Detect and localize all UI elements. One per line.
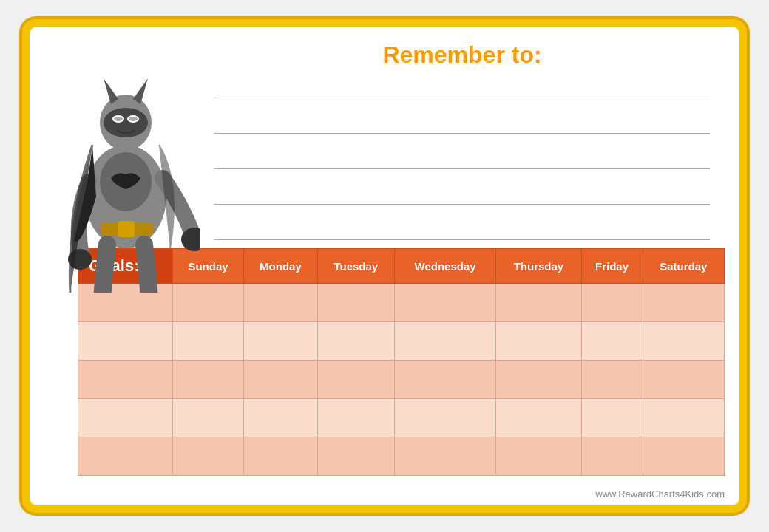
write-line-4[interactable] [214,190,710,205]
monday-cell-1[interactable] [244,284,318,322]
inner-frame: Remember to: Goals: Sunday Monday Tuesda… [30,27,739,505]
table-row [78,437,725,476]
header-thursday: Thursday [496,249,581,284]
goal-cell-5[interactable] [78,437,173,476]
monday-cell-4[interactable] [244,399,318,437]
sunday-cell-3[interactable] [172,361,243,399]
sunday-cell-2[interactable] [172,322,243,361]
table-row [78,322,725,361]
friday-cell-3[interactable] [581,361,643,399]
header-saturday: Saturday [643,249,725,284]
thursday-cell-5[interactable] [496,437,581,476]
svg-marker-3 [104,78,118,104]
friday-cell-4[interactable] [581,399,643,437]
friday-cell-5[interactable] [581,437,643,476]
thursday-cell-1[interactable] [496,284,581,322]
write-line-5[interactable] [214,225,710,240]
monday-cell-5[interactable] [244,437,318,476]
tuesday-cell-2[interactable] [317,322,394,361]
goal-cell-2[interactable] [78,322,173,361]
svg-rect-15 [118,221,135,237]
tuesday-cell-3[interactable] [317,361,394,399]
header-tuesday: Tuesday [317,249,394,284]
friday-cell-1[interactable] [581,284,643,322]
saturday-cell-3[interactable] [643,361,725,399]
table-row [78,361,725,399]
monday-cell-3[interactable] [244,361,318,399]
svg-point-8 [114,117,123,121]
goal-cell-3[interactable] [78,361,173,399]
wednesday-cell-4[interactable] [394,399,495,437]
write-line-2[interactable] [214,119,710,134]
tuesday-cell-5[interactable] [317,437,394,476]
outer-frame: Remember to: Goals: Sunday Monday Tuesda… [22,19,747,513]
write-line-1[interactable] [214,83,710,98]
saturday-cell-4[interactable] [643,399,725,437]
lines-container [207,83,717,240]
batman-figure [52,34,200,293]
wednesday-cell-1[interactable] [394,284,495,322]
remember-title: Remember to: [207,41,717,69]
tuesday-cell-4[interactable] [317,399,394,437]
monday-cell-2[interactable] [244,322,318,361]
thursday-cell-3[interactable] [496,361,581,399]
top-section: Remember to: [207,41,717,248]
tuesday-cell-1[interactable] [317,284,394,322]
wednesday-cell-5[interactable] [394,437,495,476]
svg-point-9 [129,117,138,121]
svg-marker-4 [133,78,148,104]
sunday-cell-4[interactable] [172,399,243,437]
friday-cell-2[interactable] [581,322,643,361]
saturday-cell-5[interactable] [643,437,725,476]
saturday-cell-1[interactable] [643,284,725,322]
website-text: www.RewardCharts4Kids.com [595,488,725,499]
thursday-cell-4[interactable] [496,399,581,437]
sunday-cell-5[interactable] [172,437,243,476]
header-monday: Monday [244,249,318,284]
thursday-cell-2[interactable] [496,322,581,361]
header-friday: Friday [581,249,643,284]
wednesday-cell-3[interactable] [394,361,495,399]
table-row [78,399,725,437]
website-footer: www.RewardCharts4Kids.com [595,488,725,499]
write-line-3[interactable] [214,154,710,169]
header-wednesday: Wednesday [394,249,495,284]
saturday-cell-2[interactable] [643,322,725,361]
wednesday-cell-2[interactable] [394,322,495,361]
goal-cell-4[interactable] [78,399,173,437]
